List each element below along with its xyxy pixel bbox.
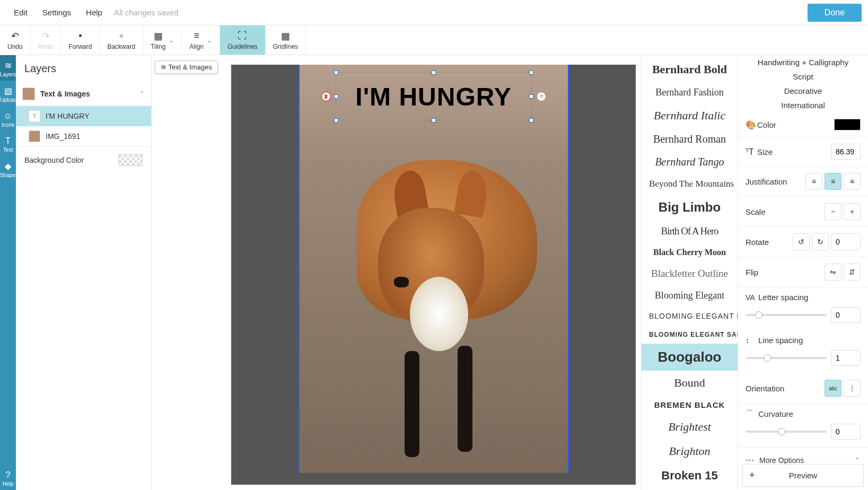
font-item-bremen-black[interactable]: BREMEN BLACK [642,395,738,415]
menu-help[interactable]: Help [78,5,110,20]
font-item-bernhard-roman[interactable]: Bernhard Roman [642,128,738,151]
line-spacing-icon: ↕ [746,336,758,345]
curvature-input[interactable] [831,424,861,440]
layer-background-color[interactable]: Background Color [16,146,151,173]
resize-handle-br[interactable] [529,118,533,122]
letter-spacing-input[interactable] [831,307,861,323]
font-item-blooming-elegant-sans[interactable]: BLOOMING ELEGANT SANS [642,326,738,344]
font-item-bernhard-tango[interactable]: Bernhard Tango [642,151,738,173]
prop-rotate: Rotate ↺ ↻ [738,227,868,257]
forward-button[interactable]: ▪ Forward [61,25,100,55]
resize-handle-ml[interactable] [334,94,338,99]
layer-thumb-image [29,130,40,142]
font-category-international[interactable]: International [738,98,868,112]
guideline-left[interactable] [299,65,300,473]
guideline-right[interactable] [568,65,569,473]
font-item-bernhard-bold[interactable]: Bernhard Bold [642,57,738,82]
align-button[interactable]: ≡ Align ⌄ [182,25,220,55]
artboard[interactable]: I'M HUNGRY ⟳ 🗑 [299,65,569,473]
layers-panel: Layers Text & Images ⌃ T I'M HUNGRY IMG_… [16,55,152,490]
sidebar-item-layers[interactable]: ≋ Layers [0,55,16,81]
curvature-slider[interactable] [746,431,827,433]
tiling-button[interactable]: ▦ Tiling ⌄ [143,25,182,55]
rotate-handle[interactable]: ⟳ [537,92,546,101]
font-item-big-limbo[interactable]: Big Limbo [642,195,738,220]
chevron-up-icon: ⌃ [854,456,861,465]
layer-group-text-images[interactable]: Text & Images ⌃ [16,82,151,106]
font-item-birth-of-a-hero[interactable]: Birth Of A Hero [642,220,738,242]
orientation-horizontal-button[interactable]: abc [825,380,841,397]
sidebar-item-text[interactable]: T Text [0,131,16,156]
layer-item-text[interactable]: T I'M HUNGRY [16,106,151,126]
done-button[interactable]: Done [808,4,862,22]
justify-right-button[interactable]: ≡ [844,173,861,190]
letter-spacing-slider[interactable] [746,314,827,316]
top-menu-bar: Edit Settings Help All changes saved Don… [0,0,868,25]
font-item-black-cherry-moon[interactable]: Black Cherry Moon [642,242,738,262]
orientation-vertical-button[interactable]: ⋮ [844,380,861,397]
redo-button[interactable]: ↷ Redo [31,25,62,55]
size-icon: ᵀT [746,147,757,157]
save-status: All changes saved [114,8,179,17]
justify-center-button[interactable]: ≡ [825,173,841,190]
guidelines-button[interactable]: ⛶ Guidelines [220,25,266,55]
rotate-input[interactable] [831,233,861,250]
resize-handle-bm[interactable] [432,118,436,122]
flip-vertical-button[interactable]: ⇵ [844,264,861,281]
sidebar-item-uploads[interactable]: ▧ Uploads [0,81,16,106]
resize-handle-tm[interactable] [432,71,436,75]
layer-group-thumb [22,88,35,100]
font-item-beyond-the-mountains[interactable]: Beyond The Mountains [642,173,738,195]
menu-edit[interactable]: Edit [6,5,35,20]
delete-handle[interactable]: 🗑 [321,92,331,101]
layer-item-image[interactable]: IMG_1691 [16,126,151,146]
font-item-boogaloo[interactable]: Boogaloo [642,344,738,371]
text-selection-box[interactable]: I'M HUNGRY ⟳ 🗑 [336,72,532,121]
font-item-bound[interactable]: Bound [642,371,738,395]
preview-button[interactable]: + Preview [742,464,864,487]
backward-button[interactable]: ▫ Backward [100,25,143,55]
font-list-panel[interactable]: Bernhard BoldBernhard FashionBernhard It… [641,55,738,490]
help-icon: ? [0,470,16,480]
sidebar-item-help[interactable]: ? Help [0,465,16,490]
font-item-brightest[interactable]: Brightest [642,415,738,439]
rotate-cw-button[interactable]: ↻ [812,233,829,250]
undo-button[interactable]: ↶ Undo [0,25,31,55]
justify-left-button[interactable]: ≡ [805,173,822,190]
line-spacing-input[interactable] [831,350,861,366]
font-item-blooming-elegant[interactable]: Blooming Elegant [642,285,738,307]
size-input[interactable] [831,144,861,160]
gridlines-button[interactable]: ▦ Gridlines [266,25,306,55]
line-spacing-slider[interactable] [746,357,827,359]
bring-forward-icon: ▪ [78,30,82,42]
canvas-text[interactable]: I'M HUNGRY [336,73,531,121]
font-item-broken-ghost[interactable]: Broken Ghost [642,488,738,490]
background-color-swatch[interactable] [118,154,143,166]
resize-handle-tr[interactable] [529,71,533,75]
canvas-area[interactable]: ≋ Text & Images [152,55,641,490]
prop-line-spacing: ↕ Line spacing [738,330,868,373]
font-category-script[interactable]: Script [738,69,868,84]
color-swatch[interactable] [834,119,861,130]
font-item-blooming-elegant-hand[interactable]: BLOOMING ELEGANT HAND [642,307,738,326]
resize-handle-tl[interactable] [334,71,338,75]
font-item-blackletter-outline[interactable]: Blackletter Outline [642,262,738,285]
menu-settings[interactable]: Settings [35,5,78,20]
font-item-bernhard-italic[interactable]: Bernhard Italic [642,103,738,128]
resize-handle-bl[interactable] [334,118,338,122]
font-category-handwriting[interactable]: Handwriting + Calligraphy [738,55,868,69]
rotate-ccw-button[interactable]: ↺ [793,233,810,250]
flip-horizontal-button[interactable]: ⇋ [825,264,841,281]
font-item-broken-15[interactable]: Broken 15 [642,463,738,488]
scale-up-button[interactable]: + [844,203,861,220]
canvas-background: I'M HUNGRY ⟳ 🗑 [231,65,636,485]
resize-handle-mr[interactable] [529,94,533,99]
sidebar-item-icons[interactable]: ☺ Icons [0,106,16,131]
font-item-brighton[interactable]: Brighton [642,439,738,463]
font-item-bernhard-fashion[interactable]: Bernhard Fashion [642,82,738,103]
prop-color: 🎨 Color [738,112,868,137]
scale-down-button[interactable]: − [825,203,841,220]
sidebar-item-shapes[interactable]: ◆ Shapes [0,156,16,181]
font-category-decorative[interactable]: Decorative [738,84,868,98]
canvas-image-fox[interactable] [299,65,569,473]
